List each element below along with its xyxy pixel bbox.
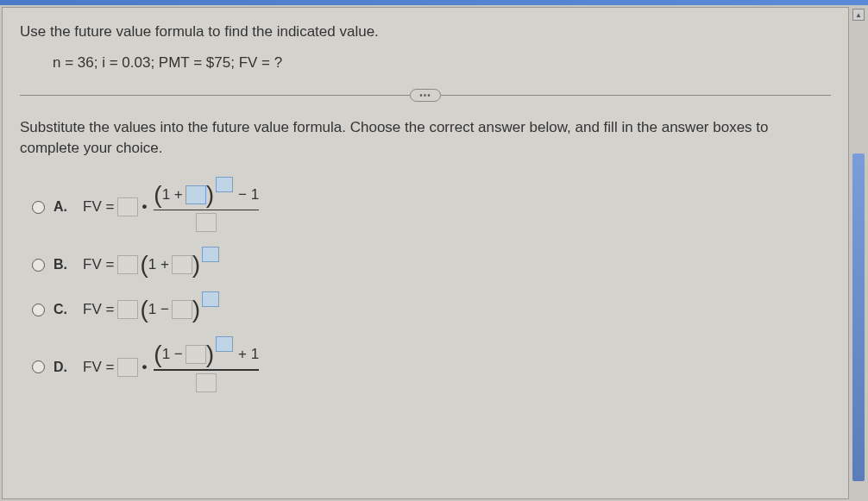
choice-b-label: B. (53, 257, 71, 272)
input-exp-a[interactable] (216, 177, 233, 192)
paren-close: ) (192, 297, 200, 322)
instruction-text: Substitute the values into the future va… (20, 117, 831, 159)
input-rate-d[interactable] (186, 345, 206, 364)
scroll-up-button[interactable]: ▲ (852, 9, 865, 21)
choice-b-row: B. FV = ( 1 + ) (32, 253, 831, 277)
radio-b[interactable] (32, 259, 45, 272)
question-prompt: Use the future value formula to find the… (20, 23, 831, 41)
question-panel: Use the future value formula to find the… (2, 7, 849, 499)
input-rate-a[interactable] (186, 185, 206, 204)
input-pmt-d[interactable] (117, 358, 138, 377)
choice-a-row: A. FV = • ( 1 + ) (32, 183, 831, 233)
choice-c-formula: FV = ( 1 − ) (83, 297, 219, 322)
one-plus: 1 + (162, 186, 183, 204)
divider-line-right (441, 95, 831, 96)
multiply-dot: • (142, 198, 147, 216)
divider-line-left (20, 95, 410, 96)
paren-open: ( (154, 183, 161, 207)
choice-c-label: C. (53, 302, 71, 317)
input-rate-b[interactable] (172, 255, 192, 274)
divider-expand-button[interactable]: ••• (410, 89, 441, 102)
radio-a[interactable] (32, 201, 45, 214)
input-exp-c[interactable] (202, 291, 219, 307)
paren-open: ( (140, 253, 148, 277)
choice-d-formula: FV = • ( 1 − ) + 1 (83, 342, 262, 392)
fv-equals: FV = (83, 301, 114, 318)
input-exp-b[interactable] (202, 247, 219, 262)
input-rate-c[interactable] (172, 300, 192, 319)
one-minus: 1 − (148, 301, 169, 318)
choice-c-row: C. FV = ( 1 − ) (32, 297, 831, 322)
multiply-dot: • (142, 359, 147, 376)
choice-d-row: D. FV = • ( 1 − ) (32, 342, 831, 392)
input-pmt-b[interactable] (117, 255, 138, 274)
paren-close: ) (206, 183, 214, 207)
fv-equals: FV = (83, 256, 114, 273)
one-plus: 1 + (148, 256, 169, 273)
minus-one: − 1 (238, 186, 259, 204)
section-divider: ••• (20, 89, 831, 102)
scroll-thumb[interactable] (852, 153, 865, 481)
fv-equals: FV = (83, 359, 114, 376)
choice-b-formula: FV = ( 1 + ) (83, 253, 219, 277)
paren-open: ( (154, 342, 161, 366)
given-values: n = 36; i = 0.03; PMT = $75; FV = ? (53, 54, 831, 72)
paren-close: ) (192, 253, 200, 277)
fv-equals: FV = (83, 198, 114, 216)
paren-open: ( (140, 297, 148, 322)
choice-a-label: A. (53, 199, 71, 215)
radio-c[interactable] (32, 304, 45, 316)
input-denom-a[interactable] (196, 213, 217, 232)
input-pmt-a[interactable] (117, 197, 138, 216)
one-minus: 1 − (162, 346, 183, 363)
choice-d-label: D. (53, 360, 71, 375)
content-wrapper: Use the future value formula to find the… (0, 5, 868, 501)
plus-one: + 1 (238, 346, 259, 363)
input-denom-d[interactable] (196, 373, 217, 392)
paren-close: ) (206, 342, 214, 366)
choice-a-formula: FV = • ( 1 + ) − 1 (83, 183, 262, 233)
fraction-a: ( 1 + ) − 1 (154, 183, 259, 233)
input-exp-d[interactable] (216, 336, 233, 352)
input-pmt-c[interactable] (117, 300, 138, 319)
scrollbar[interactable]: ▲ (851, 7, 866, 499)
radio-d[interactable] (32, 360, 45, 373)
fraction-d: ( 1 − ) + 1 (154, 342, 259, 392)
